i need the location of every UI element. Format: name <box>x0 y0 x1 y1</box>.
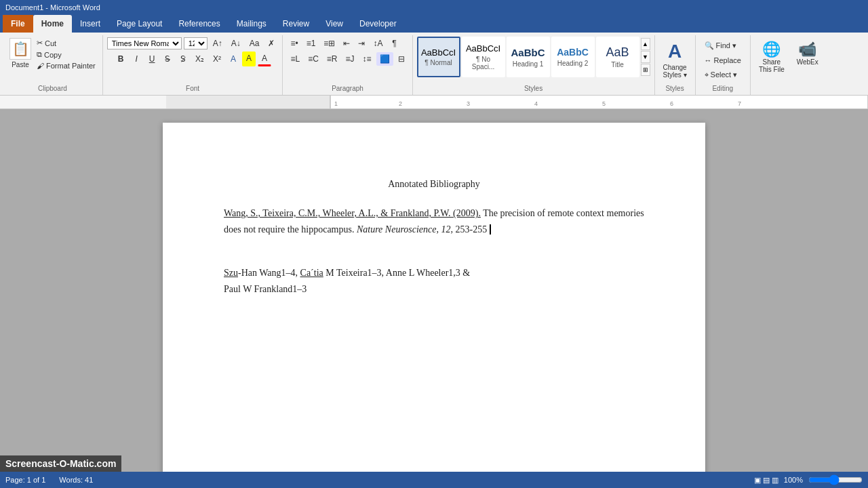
font-size-select[interactable]: 12 <box>184 37 208 49</box>
shrink-font-button[interactable]: A↓ <box>228 37 244 50</box>
select-button[interactable]: ⌖ Select ▾ <box>700 68 746 81</box>
style-normal[interactable]: AaBbCcI ¶ Normal <box>417 37 460 77</box>
style-title[interactable]: AaB Title <box>596 37 639 77</box>
text-effect-button[interactable]: A <box>226 52 240 66</box>
grow-font-button[interactable]: A↑ <box>210 37 226 50</box>
font-family-select[interactable]: Times New Roman <box>107 37 182 49</box>
clear-format-button[interactable]: ✗ <box>264 37 278 50</box>
find-icon: 🔍 <box>705 41 714 50</box>
cut-button[interactable]: ✂ Cut <box>34 38 98 48</box>
editing-label: Editing <box>696 85 750 92</box>
styles-scroll-up[interactable]: ▲ <box>641 38 650 50</box>
webex-button[interactable]: 📹 WebEx <box>793 39 823 75</box>
subscript-button[interactable]: X₂ <box>192 52 208 66</box>
view-icons: ▣ ▤ ▥ <box>754 476 778 485</box>
share-label: ShareThis File <box>759 58 785 73</box>
style-heading1[interactable]: AaBbC Heading 1 <box>507 37 550 77</box>
border-button[interactable]: ⊟ <box>395 52 408 66</box>
styles-expand[interactable]: ⊞ <box>641 64 650 76</box>
replace-button[interactable]: ↔ Replace <box>700 54 746 66</box>
copy-button[interactable]: ⧉ Copy <box>34 49 98 60</box>
bullets-button[interactable]: ≡• <box>287 37 301 50</box>
justify-button[interactable]: ≡J <box>342 52 358 66</box>
citation-2-line1: Szu-Han Wang1–4, Ca´tia M Teixeira1–3, A… <box>224 265 644 281</box>
multilevel-button[interactable]: ≡⊞ <box>320 37 338 50</box>
highlight-button[interactable]: A <box>242 52 256 66</box>
change-case-button[interactable]: Aa <box>246 37 263 50</box>
font-color-button[interactable]: A <box>258 52 271 66</box>
tab-home[interactable]: Home <box>33 15 72 33</box>
copy-icon: ⧉ <box>37 50 42 59</box>
ruler-tick-6: 6 <box>670 100 673 107</box>
clipboard-sub: ✂ Cut ⧉ Copy 🖌 Format Painter <box>34 37 98 70</box>
style-heading2-preview: AaBbC <box>557 47 589 58</box>
format-painter-icon: 🖌 <box>37 62 44 70</box>
font-group: Times New Roman 12 A↑ A↓ Aa ✗ B I U S̶ S… <box>103 35 283 95</box>
tab-pagelayout[interactable]: Page Layout <box>108 15 170 33</box>
strikethrough-button[interactable]: S̶ <box>161 52 174 66</box>
status-bar: Page: 1 of 1 Words: 41 ▣ ▤ ▥ 100% <box>0 472 868 488</box>
tab-insert[interactable]: Insert <box>72 15 108 33</box>
sort-button[interactable]: ↕A <box>370 37 386 50</box>
superscript-button[interactable]: X² <box>210 52 224 66</box>
ribbon-tabs: File Home Insert Page Layout References … <box>0 15 868 33</box>
bold-button[interactable]: B <box>114 52 127 66</box>
style-no-spacing[interactable]: AaBbCcI ¶ No Spaci... <box>462 37 505 77</box>
format-painter-button[interactable]: 🖌 Format Painter <box>34 61 98 70</box>
webex-label: WebEx <box>797 58 818 66</box>
style-no-spacing-label: ¶ No Spaci... <box>465 56 502 70</box>
decrease-indent-button[interactable]: ⇤ <box>340 37 353 50</box>
styles-scroll: ▲ ▼ ⊞ <box>641 38 650 76</box>
zoom-slider[interactable] <box>808 474 863 485</box>
change-styles-group-label: Styles <box>655 85 695 92</box>
align-center-button[interactable]: ≡C <box>304 52 322 66</box>
underline-button[interactable]: U <box>145 52 159 66</box>
style-heading2[interactable]: AaBbC Heading 2 <box>551 37 595 77</box>
increase-indent-button[interactable]: ⇥ <box>355 37 368 50</box>
title-text: Document1 - Microsoft Word <box>5 3 100 12</box>
styles-box: AaBbCcI ¶ Normal AaBbCcI ¶ No Spaci... A… <box>417 37 650 89</box>
style-heading1-preview: AaBbC <box>511 47 545 59</box>
line-spacing-button[interactable]: ↕≡ <box>359 52 375 66</box>
share-button[interactable]: 🌐 ShareThis File <box>755 39 789 75</box>
numbering-button[interactable]: ≡1 <box>303 37 319 50</box>
document-page[interactable]: Annotated Bibliography Wang, S., Teixeir… <box>163 123 705 475</box>
find-button[interactable]: 🔍 Find ▾ <box>700 39 746 52</box>
tab-mailings[interactable]: Mailings <box>229 15 275 33</box>
tab-references[interactable]: References <box>170 15 228 33</box>
select-icon: ⌖ <box>705 70 709 79</box>
copy-label: Copy <box>44 51 62 59</box>
title-bar: Document1 - Microsoft Word <box>0 0 868 15</box>
catia-underline: Ca´tia <box>300 268 323 278</box>
change-styles-group: A ChangeStyles ▾ Styles <box>655 35 696 95</box>
italic-button[interactable]: I <box>130 52 143 66</box>
tab-view[interactable]: View <box>317 15 351 33</box>
ruler-tick-7: 7 <box>738 100 741 107</box>
change-styles-icon: A <box>668 41 682 62</box>
font-row2: B I U S̶ S̷ X₂ X² A A A <box>114 52 271 66</box>
font-label: Font <box>103 85 283 92</box>
document-area: Annotated Bibliography Wang, S., Teixeir… <box>0 109 868 475</box>
szu-underline: Szu <box>224 268 238 278</box>
styles-scroll-down[interactable]: ▼ <box>641 51 650 63</box>
align-right-button[interactable]: ≡R <box>323 52 341 66</box>
dbl-strikethrough-button[interactable]: S̷ <box>176 52 190 66</box>
paste-button[interactable]: 📋 Paste <box>7 37 34 70</box>
show-para-button[interactable]: ¶ <box>387 37 401 50</box>
tab-review[interactable]: Review <box>275 15 317 33</box>
align-left-button[interactable]: ≡L <box>287 52 303 66</box>
change-styles-button[interactable]: A ChangeStyles ▾ <box>659 39 691 80</box>
style-normal-label: ¶ Normal <box>425 59 452 66</box>
style-heading2-label: Heading 2 <box>557 60 589 67</box>
ruler-tick-3: 3 <box>467 100 470 107</box>
paragraph-group: ≡• ≡1 ≡⊞ ⇤ ⇥ ↕A ¶ ≡L ≡C ≡R ≡J ↕≡ 🟦 ⊟ Par… <box>283 35 412 95</box>
ribbon: 📋 Paste ✂ Cut ⧉ Copy 🖌 Format Painter Cl… <box>0 33 868 96</box>
share-group: 🌐 ShareThis File 📹 WebEx <box>751 35 827 95</box>
ruler-tick-2: 2 <box>399 100 402 107</box>
shading-button[interactable]: 🟦 <box>376 52 393 66</box>
tab-file[interactable]: File <box>3 15 33 33</box>
tab-developer[interactable]: Developer <box>351 15 405 33</box>
citation-1: Wang, S., Teixeira, C.M., Wheeler, A.L.,… <box>224 205 644 238</box>
citation-1-authors: Wang, S., Teixeira, C.M., Wheeler, A.L.,… <box>224 208 481 218</box>
replace-icon: ↔ <box>705 56 712 64</box>
